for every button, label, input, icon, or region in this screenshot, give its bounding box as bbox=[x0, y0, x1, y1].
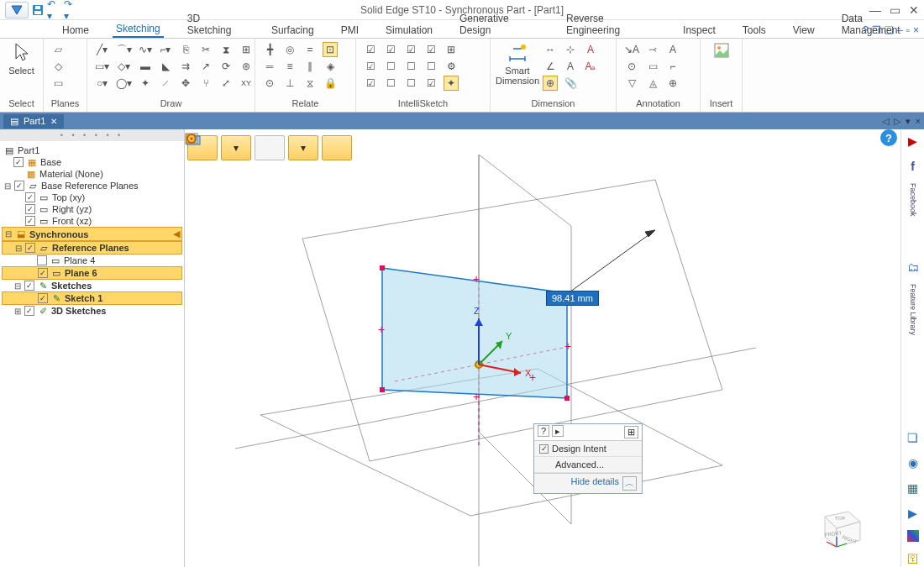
tree-synchronous[interactable]: ⊟⬓Synchronous◀ bbox=[2, 227, 182, 241]
key-icon[interactable]: ⚿ bbox=[905, 550, 921, 567]
tile-icon[interactable]: ❏ bbox=[885, 24, 894, 36]
redo-icon[interactable]: ↷ ▾ bbox=[64, 3, 79, 18]
render-icon[interactable]: ▦ bbox=[905, 480, 921, 496]
help-icon[interactable]: ? bbox=[863, 24, 869, 36]
is-int-icon[interactable]: ☑ bbox=[383, 42, 398, 57]
doc-tab-part1[interactable]: ▤ Part1 ✕ bbox=[3, 114, 64, 129]
checkbox[interactable]: ✓ bbox=[25, 192, 35, 202]
3d-viewport[interactable]: ? ▾ ▾ bbox=[185, 129, 900, 567]
insert-image-icon[interactable] bbox=[707, 42, 735, 59]
undo-icon[interactable]: ↶ ▾ bbox=[47, 3, 62, 18]
connect-icon[interactable]: ╋ bbox=[262, 42, 277, 57]
rel-asst-icon[interactable]: ⊡ bbox=[323, 42, 338, 57]
is-opt-icon[interactable]: ⚙ bbox=[444, 59, 459, 74]
balloon-icon[interactable]: ⊙ bbox=[623, 59, 640, 74]
auto-dim-icon[interactable]: A bbox=[563, 59, 578, 74]
facebook-icon[interactable]: f bbox=[905, 158, 921, 175]
tab-inspect[interactable]: Inspect bbox=[680, 23, 719, 38]
surf-tex-icon[interactable]: ▽ bbox=[623, 76, 640, 91]
checkbox[interactable]: ✓ bbox=[38, 268, 48, 278]
fillet-icon[interactable]: ⌐▾ bbox=[158, 42, 173, 57]
tabnav-close-icon[interactable]: × bbox=[916, 116, 921, 127]
plane-parallel-icon[interactable]: ◇ bbox=[50, 59, 66, 74]
tab-sketching[interactable]: Sketching bbox=[113, 21, 164, 38]
tabnav-left-icon[interactable]: ◁ bbox=[882, 116, 889, 127]
is-edge-icon[interactable]: ☑ bbox=[423, 42, 438, 57]
checkbox[interactable]: ✓ bbox=[25, 243, 35, 253]
polygon-icon[interactable]: ◇▾ bbox=[115, 59, 133, 74]
tree-plane-4[interactable]: ▭Plane 4 bbox=[2, 255, 182, 266]
horizontal-icon[interactable]: ═ bbox=[262, 59, 277, 74]
checkbox[interactable]: ✓ bbox=[14, 181, 24, 191]
opts-pin-icon[interactable]: ⊞ bbox=[624, 426, 638, 438]
line-icon[interactable]: ╱▾ bbox=[94, 42, 110, 57]
mdi-restore-icon[interactable]: ▫ bbox=[906, 24, 910, 36]
symmetric-icon[interactable]: ⧖ bbox=[302, 76, 318, 91]
tab-simulation[interactable]: Simulation bbox=[382, 23, 436, 38]
tangent-icon[interactable]: ⊙ bbox=[262, 76, 277, 91]
tab-tools[interactable]: Tools bbox=[739, 23, 769, 38]
tree-top-plane[interactable]: ✓▭Top (xy) bbox=[2, 192, 182, 203]
rigid-icon[interactable]: ◈ bbox=[323, 59, 338, 74]
circle-icon[interactable]: ○▾ bbox=[94, 76, 110, 91]
construction-icon[interactable]: ⟋ bbox=[158, 76, 173, 91]
plane-normal-icon[interactable]: ▭ bbox=[50, 76, 66, 91]
edge-cond-icon[interactable]: ⌐ bbox=[665, 59, 680, 74]
weld-icon[interactable]: ⤙ bbox=[645, 42, 660, 57]
checkbox[interactable]: ✓ bbox=[24, 306, 34, 316]
plane-coincident-icon[interactable]: ▱ bbox=[50, 42, 66, 57]
tabnav-menu-icon[interactable]: ▾ bbox=[906, 116, 911, 127]
dim-axis-icon[interactable]: ⊕ bbox=[543, 76, 558, 91]
datum-icon[interactable]: ◬ bbox=[645, 76, 660, 91]
opt-hide-details[interactable]: Hide details︿ bbox=[534, 473, 642, 493]
checkbox[interactable]: ✓ bbox=[38, 293, 48, 303]
is-sil-icon[interactable]: ☑ bbox=[423, 76, 438, 91]
is-par-icon[interactable]: ☑ bbox=[403, 42, 418, 57]
text-box-icon[interactable]: A bbox=[665, 42, 680, 57]
fcf-icon[interactable]: ▭ bbox=[645, 59, 660, 74]
mdi-min-icon[interactable]: – bbox=[897, 24, 903, 36]
tab-view[interactable]: View bbox=[790, 23, 818, 38]
is-tan-icon[interactable]: ☐ bbox=[383, 59, 398, 74]
view-cube[interactable]: TOP FRONT RIGHT bbox=[810, 500, 869, 550]
xy-label-icon[interactable]: XY bbox=[239, 76, 254, 91]
youtube-icon[interactable]: ▶ bbox=[905, 133, 921, 150]
tab-3d-sketching[interactable]: 3D Sketching bbox=[184, 11, 248, 38]
concentric-icon[interactable]: ◎ bbox=[282, 42, 297, 57]
checkbox[interactable]: ✓ bbox=[24, 281, 34, 291]
tree-base-ref-planes[interactable]: ⊟✓▱Base Reference Planes bbox=[2, 180, 182, 192]
expand-icon[interactable]: ⊞ bbox=[13, 307, 22, 316]
char-icon[interactable]: A bbox=[583, 42, 598, 57]
tab-generative[interactable]: Generative Design bbox=[456, 11, 543, 38]
rotate-icon[interactable]: ⟳ bbox=[218, 59, 234, 74]
slot-icon[interactable]: ▬ bbox=[138, 59, 153, 74]
trim-icon[interactable]: ✂ bbox=[198, 42, 213, 57]
checkbox[interactable]: ✓ bbox=[25, 204, 35, 214]
app-menu-button[interactable] bbox=[5, 2, 29, 18]
scale-icon[interactable]: ⤢ bbox=[218, 76, 234, 91]
attach-icon[interactable]: 📎 bbox=[563, 76, 578, 91]
tab-reverse-eng[interactable]: Reverse Engineering bbox=[563, 11, 659, 38]
opt-advanced[interactable]: Advanced... bbox=[534, 457, 642, 473]
dimension-value[interactable]: 98.41 mm bbox=[546, 291, 599, 306]
mirror-icon[interactable]: ⧗ bbox=[218, 42, 234, 57]
mdi-close-icon[interactable]: × bbox=[913, 24, 919, 36]
tree-ref-planes[interactable]: ⊟✓▱Reference Planes bbox=[2, 241, 182, 255]
lock-icon[interactable]: 🔒 bbox=[323, 76, 338, 91]
tree-right-plane[interactable]: ✓▭Right (yz) bbox=[2, 203, 182, 215]
ang-icon[interactable]: ∠ bbox=[543, 59, 558, 74]
checkbox[interactable] bbox=[37, 255, 47, 265]
parallel-icon[interactable]: ∥ bbox=[302, 59, 318, 74]
tree-sketches[interactable]: ⊟✓✎Sketches bbox=[2, 280, 182, 291]
target-icon[interactable]: ⊕ bbox=[665, 76, 680, 91]
extend-icon[interactable]: ↗ bbox=[198, 59, 213, 74]
tabnav-right-icon[interactable]: ▷ bbox=[894, 116, 900, 127]
layers-icon[interactable]: ❏ bbox=[905, 429, 921, 446]
split-icon[interactable]: ⑂ bbox=[198, 76, 213, 91]
is-grid-icon[interactable]: ⊞ bbox=[444, 42, 459, 57]
opt-design-intent[interactable]: ✓Design Intent bbox=[534, 441, 642, 457]
dist-icon[interactable]: ↔ bbox=[543, 42, 558, 57]
chamfer-icon[interactable]: ◣ bbox=[158, 59, 173, 74]
tab-surfacing[interactable]: Surfacing bbox=[268, 23, 318, 38]
tree-front-plane[interactable]: ✓▭Front (xz) bbox=[2, 215, 182, 227]
